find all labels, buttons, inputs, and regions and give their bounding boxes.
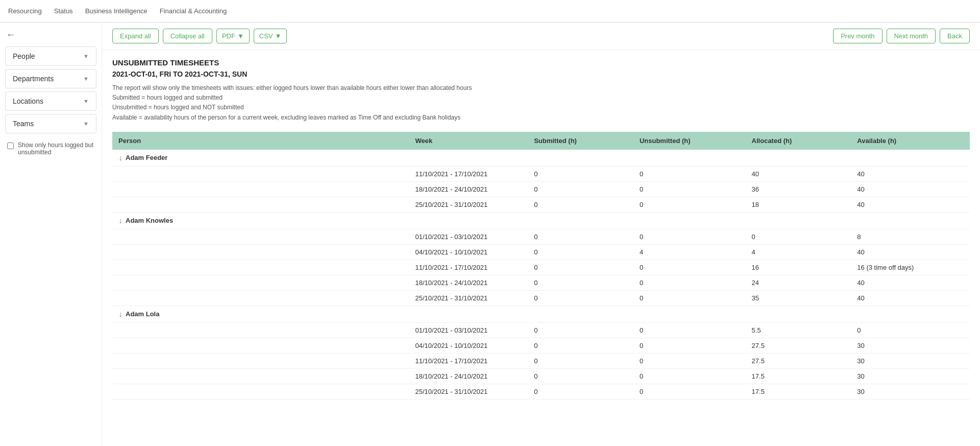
table-row: 04/10/2021 - 10/10/2021 0 4 4 40: [112, 244, 970, 260]
person-name-cell: ↓ Adam Knowles: [112, 212, 970, 229]
report-header: UNSUBMITTED TIMESHEETS 2021-OCT-01, FRI …: [102, 50, 980, 127]
cell-allocated: 17.5: [746, 368, 851, 384]
cell-available: 0: [851, 322, 970, 338]
cell-unsubmitted: 0: [633, 338, 746, 353]
nav-status[interactable]: Status: [54, 1, 73, 21]
col-header-allocated: Allocated (h): [746, 132, 851, 150]
collapse-arrow-icon[interactable]: ↓: [118, 216, 122, 225]
cell-person: [112, 229, 409, 244]
cell-available: 30: [851, 368, 970, 384]
col-header-available: Available (h): [851, 132, 970, 150]
toolbar-left: Expand all Collapse all PDF ▼ CSV ▼: [112, 29, 287, 43]
table-row: ↓ Adam Feeder: [112, 150, 970, 167]
cell-submitted: 0: [528, 322, 633, 338]
cell-week: 04/10/2021 - 10/10/2021: [409, 244, 528, 260]
cell-submitted: 0: [528, 229, 633, 244]
csv-label: CSV: [259, 32, 273, 40]
cell-person: [112, 260, 409, 275]
report-title: UNSUBMITTED TIMESHEETS: [112, 58, 970, 67]
cell-allocated: 4: [746, 244, 851, 260]
nav-resourcing[interactable]: Resourcing: [8, 1, 42, 21]
show-unsubmitted-checkbox-label[interactable]: Show only hours logged but unsubmitted: [0, 136, 102, 161]
chevron-down-icon: ▼: [83, 53, 89, 59]
table-row: 25/10/2021 - 31/10/2021 0 0 18 40: [112, 197, 970, 212]
collapse-arrow-icon[interactable]: ↓: [118, 310, 122, 319]
report-period: 2021-OCT-01, FRI TO 2021-OCT-31, SUN: [112, 70, 970, 78]
person-name-cell: ↓ Adam Feeder: [112, 150, 970, 167]
back-button[interactable]: ←: [0, 27, 102, 43]
expand-all-button[interactable]: Expand all: [112, 29, 159, 43]
sidebar-departments-dropdown[interactable]: Departments ▼: [5, 69, 96, 88]
cell-available: 40: [851, 181, 970, 197]
cell-allocated: 35: [746, 290, 851, 306]
table-row: 01/10/2021 - 03/10/2021 0 0 5.5 0: [112, 322, 970, 338]
person-name-cell: ↓ Adam Lola: [112, 306, 970, 322]
timesheets-table: Person Week Submitted (h) Unsubmitted (h…: [112, 132, 970, 400]
toolbar-right: Prev month Next month Back: [833, 29, 970, 43]
col-header-submitted: Submitted (h): [528, 132, 633, 150]
cell-submitted: 0: [528, 290, 633, 306]
table-row: 04/10/2021 - 10/10/2021 0 0 27.5 30: [112, 338, 970, 353]
cell-available: 30: [851, 338, 970, 353]
col-header-week: Week: [409, 132, 528, 150]
pdf-button[interactable]: PDF ▼: [216, 29, 250, 43]
cell-unsubmitted: 0: [633, 290, 746, 306]
checkbox-label-text: Show only hours logged but unsubmitted: [18, 142, 94, 156]
table-header-row: Person Week Submitted (h) Unsubmitted (h…: [112, 132, 970, 150]
cell-person: [112, 275, 409, 290]
cell-allocated: 18: [746, 197, 851, 212]
cell-week: 25/10/2021 - 31/10/2021: [409, 384, 528, 399]
sidebar-people-dropdown[interactable]: People ▼: [5, 46, 96, 66]
csv-button[interactable]: CSV ▼: [254, 29, 287, 43]
sidebar-teams-dropdown[interactable]: Teams ▼: [5, 114, 96, 133]
pdf-chevron-icon: ▼: [237, 32, 244, 40]
cell-person: [112, 384, 409, 399]
cell-unsubmitted: 0: [633, 322, 746, 338]
cell-available: 40: [851, 290, 970, 306]
cell-unsubmitted: 0: [633, 384, 746, 399]
cell-week: 01/10/2021 - 03/10/2021: [409, 322, 528, 338]
back-arrow-icon: ←: [6, 30, 15, 40]
cell-week: 25/10/2021 - 31/10/2021: [409, 290, 528, 306]
report-desc-line1: The report will show only the timesheets…: [112, 84, 472, 91]
cell-unsubmitted: 0: [633, 229, 746, 244]
sidebar: ← People ▼ Departments ▼ Locations ▼ Tea…: [0, 22, 102, 446]
collapse-all-button[interactable]: Collapse all: [163, 29, 212, 43]
cell-submitted: 0: [528, 384, 633, 399]
report-desc-line2: Submitted = hours logged and submitted: [112, 94, 223, 101]
cell-week: 04/10/2021 - 10/10/2021: [409, 338, 528, 353]
table-row: 25/10/2021 - 31/10/2021 0 0 35 40: [112, 290, 970, 306]
cell-unsubmitted: 0: [633, 181, 746, 197]
table-row: 11/10/2021 - 17/10/2021 0 0 27.5 30: [112, 353, 970, 368]
nav-business-intelligence[interactable]: Business Intelligence: [85, 1, 148, 21]
next-month-button[interactable]: Next month: [887, 29, 936, 43]
table-row: 11/10/2021 - 17/10/2021 0 0 16 16 (3 tim…: [112, 260, 970, 275]
cell-submitted: 0: [528, 275, 633, 290]
cell-allocated: 16: [746, 260, 851, 275]
report-desc-line4: Available = availability hours of the pe…: [112, 114, 460, 121]
table-row: 01/10/2021 - 03/10/2021 0 0 0 8: [112, 229, 970, 244]
cell-allocated: 27.5: [746, 353, 851, 368]
cell-unsubmitted: 0: [633, 260, 746, 275]
nav-financial-accounting[interactable]: Financial & Accounting: [160, 1, 227, 21]
cell-unsubmitted: 0: [633, 197, 746, 212]
cell-available: 40: [851, 244, 970, 260]
sidebar-locations-dropdown[interactable]: Locations ▼: [5, 91, 96, 111]
collapse-arrow-icon[interactable]: ↓: [118, 153, 122, 162]
cell-person: [112, 353, 409, 368]
cell-person: [112, 290, 409, 306]
cell-person: [112, 244, 409, 260]
back-button[interactable]: Back: [940, 29, 970, 43]
cell-submitted: 0: [528, 244, 633, 260]
cell-available: 40: [851, 166, 970, 181]
cell-week: 11/10/2021 - 17/10/2021: [409, 166, 528, 181]
cell-allocated: 27.5: [746, 338, 851, 353]
show-unsubmitted-checkbox[interactable]: [7, 143, 14, 149]
cell-unsubmitted: 0: [633, 166, 746, 181]
chevron-down-icon: ▼: [83, 76, 89, 82]
chevron-down-icon: ▼: [83, 121, 89, 127]
prev-month-button[interactable]: Prev month: [833, 29, 882, 43]
table-row: ↓ Adam Knowles: [112, 212, 970, 229]
pdf-label: PDF: [222, 32, 235, 40]
cell-person: [112, 338, 409, 353]
